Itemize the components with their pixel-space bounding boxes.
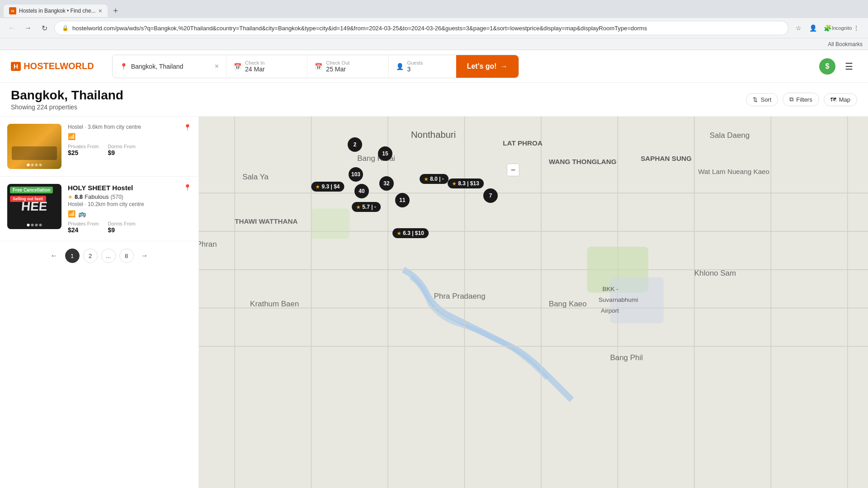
svg-text:Phra Pradaeng: Phra Pradaeng xyxy=(434,292,486,300)
map-icon: 🗺 xyxy=(830,96,836,103)
listing-name-2: HOLY SHEET Hostel xyxy=(68,184,133,192)
clear-destination-icon[interactable]: × xyxy=(215,62,219,70)
check-in-label: Check In xyxy=(245,60,265,66)
filters-icon: ⧉ xyxy=(789,96,793,103)
filters-button[interactable]: ⧉ Filters xyxy=(783,93,819,106)
map-marker-7[interactable]: 7 xyxy=(483,188,498,203)
svg-text:WANG THONGLANG: WANG THONGLANG xyxy=(549,158,617,165)
tab-bar: H Hostels in Bangkok • Find che... × + xyxy=(0,0,868,18)
map-button[interactable]: 🗺 Map xyxy=(824,93,857,106)
list-item[interactable]: Hostel · 3.6km from city centre 📍 📶 Priv… xyxy=(0,117,198,177)
location-pin-2[interactable]: 📍 xyxy=(184,184,191,191)
map-marker-price-83[interactable]: ★ 8.3 | $13 xyxy=(448,178,484,188)
map-marker-11[interactable]: 11 xyxy=(395,193,410,207)
map-background: Nonthaburi Sala Ya Bang Kruai THAWI WATT… xyxy=(199,117,868,488)
search-bar: 📍 Bangkok, Thailand × 📅 Check In 24 Mar … xyxy=(112,55,519,78)
guests-icon: 👤 xyxy=(396,63,404,70)
refresh-button[interactable]: ↻ xyxy=(38,22,51,34)
map-marker-price-93[interactable]: ★ 9.3 | $4 xyxy=(311,182,344,192)
map-marker-price-57[interactable]: ★ 5.7 | - xyxy=(352,202,381,212)
new-tab-button[interactable]: + xyxy=(109,5,122,17)
menu-button[interactable]: ☰ xyxy=(841,58,857,75)
address-bar[interactable]: 🔒 hostelworld.com/pwa/wds/s?q=Bangkok,%2… xyxy=(54,21,788,35)
destination-field[interactable]: 📍 Bangkok, Thailand × xyxy=(113,55,226,78)
svg-text:LAT PHROA: LAT PHROA xyxy=(503,139,542,147)
check-out-date-col: Check Out 25 Mar xyxy=(326,60,349,73)
privates-amount-1: $25 xyxy=(68,149,99,156)
guests-col: Guests 3 xyxy=(407,60,423,73)
check-out-date: 25 Mar xyxy=(326,66,349,73)
page-1-button[interactable]: 1 xyxy=(65,249,80,263)
lets-go-label: Let's go! xyxy=(467,62,497,70)
browser-chrome: H Hostels in Bangkok • Find che... × + ←… xyxy=(0,0,868,50)
location-icon: 📍 xyxy=(120,63,127,70)
prev-page-button[interactable]: ← xyxy=(47,249,61,263)
check-out-field[interactable]: 📅 Check Out 25 Mar xyxy=(307,55,388,78)
map-panel[interactable]: Nonthaburi Sala Ya Bang Kruai THAWI WATT… xyxy=(199,117,868,488)
listing-image-2: HEE Free Cancellation Selling out fast! xyxy=(7,184,61,229)
svg-text:Airport: Airport xyxy=(601,307,619,314)
dot-2 xyxy=(31,224,34,226)
map-marker-40[interactable]: 40 xyxy=(354,184,369,198)
wifi-icon-1: 📶 xyxy=(68,133,75,140)
price-label: 8.3 | $13 xyxy=(458,180,479,187)
dorms-price-1: Dorms From $9 xyxy=(108,144,135,156)
listing-name-2-container: HOLY SHEET Hostel xyxy=(68,184,133,193)
price-label: 6.3 | $10 xyxy=(403,230,424,236)
image-dots-2 xyxy=(27,224,42,226)
price-label: 9.3 | $4 xyxy=(321,183,340,190)
forward-button[interactable]: → xyxy=(22,22,34,34)
privates-price-2: Privates From $24 xyxy=(68,221,99,234)
guests-label: Guests xyxy=(407,60,423,66)
map-marker-2[interactable]: 2 xyxy=(348,137,362,152)
guests-value: 3 xyxy=(407,66,423,73)
page-2-button[interactable]: 2 xyxy=(83,249,98,263)
currency-button[interactable]: $ xyxy=(819,58,835,75)
map-zoom-out-button[interactable]: − xyxy=(507,164,519,176)
map-label: Map xyxy=(839,96,850,103)
dot-1 xyxy=(27,164,30,166)
svg-text:Nonthaburi: Nonthaburi xyxy=(411,130,456,140)
svg-text:Sala Ya: Sala Ya xyxy=(242,173,269,181)
active-tab[interactable]: H Hostels in Bangkok • Find che... × xyxy=(4,5,108,17)
bookmark-star-icon[interactable]: ☆ xyxy=(792,22,805,34)
lets-go-button[interactable]: Let's go! → xyxy=(456,55,519,78)
map-marker-price-80[interactable]: ★ 8.0 | - xyxy=(420,174,448,184)
arrow-right-icon: → xyxy=(500,62,508,70)
map-marker-price-63[interactable]: ★ 6.3 | $10 xyxy=(392,228,429,238)
dot-2 xyxy=(31,164,34,166)
location-pin-1[interactable]: 📍 xyxy=(184,124,191,131)
app: H HOSTELWORLD 📍 Bangkok, Thailand × 📅 Ch… xyxy=(0,50,868,488)
sort-button[interactable]: ⇅ Sort xyxy=(746,93,778,106)
guests-field[interactable]: 👤 Guests 3 xyxy=(389,55,456,78)
more-options-icon[interactable]: ⋮ xyxy=(850,22,863,34)
profile-icon[interactable]: 👤 xyxy=(807,22,819,34)
logo[interactable]: H HOSTELWORLD xyxy=(11,61,94,71)
header: H HOSTELWORLD 📍 Bangkok, Thailand × 📅 Ch… xyxy=(0,50,868,83)
page-info: Bangkok, Thailand Showing 224 properties xyxy=(11,88,123,111)
check-in-date-col: Check In 24 Mar xyxy=(245,60,265,73)
tab-close-icon[interactable]: × xyxy=(99,7,102,14)
tab-title: Hostels in Bangkok • Find che... xyxy=(19,8,96,14)
dorms-amount-2: $9 xyxy=(108,226,135,234)
star-icon: ★ xyxy=(424,177,428,182)
selling-fast-badge: Selling out fast! xyxy=(10,196,46,202)
calendar-checkin-icon: 📅 xyxy=(234,63,241,70)
dorms-price-2: Dorms From $9 xyxy=(108,221,135,234)
tab-favicon: H xyxy=(9,7,16,14)
map-marker-32[interactable]: 32 xyxy=(379,176,394,191)
sub-header: Bangkok, Thailand Showing 224 properties… xyxy=(0,83,868,117)
bus-icon-2: 🚌 xyxy=(78,210,86,217)
next-page-button[interactable]: → xyxy=(137,249,152,263)
listing-image-1 xyxy=(7,124,61,169)
list-item[interactable]: HEE Free Cancellation Selling out fast! xyxy=(0,177,198,241)
check-in-field[interactable]: 📅 Check In 24 Mar xyxy=(226,55,307,78)
page-8-button[interactable]: 8 xyxy=(119,249,134,263)
destination-value: Bangkok, Thailand xyxy=(131,63,184,70)
map-marker-103[interactable]: 103 xyxy=(349,167,363,182)
view-controls: ⇅ Sort ⧉ Filters 🗺 Map xyxy=(746,93,857,106)
back-button[interactable]: ← xyxy=(5,22,18,34)
svg-text:Phran: Phran xyxy=(199,240,217,249)
svg-text:Khlono Sam: Khlono Sam xyxy=(694,269,736,277)
map-marker-15[interactable]: 15 xyxy=(378,146,392,161)
